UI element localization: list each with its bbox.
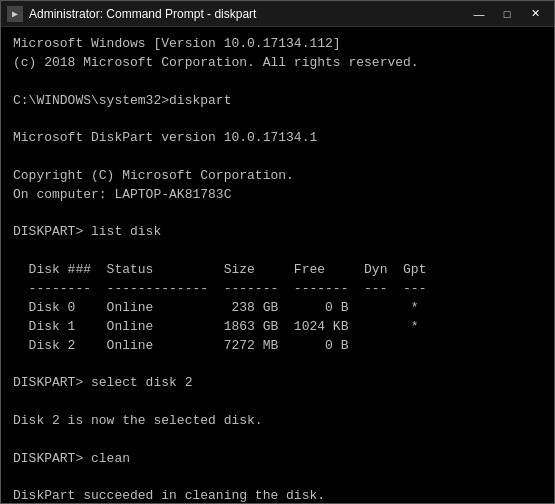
terminal-line [13,242,542,261]
terminal-line [13,73,542,92]
terminal-line: DiskPart succeeded in cleaning the disk. [13,487,542,503]
terminal-line: Disk 1 Online 1863 GB 1024 KB * [13,318,542,337]
terminal-line: (c) 2018 Microsoft Corporation. All righ… [13,54,542,73]
terminal-line: Disk 0 Online 238 GB 0 B * [13,299,542,318]
terminal-line [13,468,542,487]
terminal-line: Copyright (C) Microsoft Corporation. [13,167,542,186]
maximize-button[interactable]: □ [494,4,520,24]
close-button[interactable]: ✕ [522,4,548,24]
terminal-line: Disk 2 Online 7272 MB 0 B [13,337,542,356]
terminal-line [13,110,542,129]
terminal-line: Microsoft Windows [Version 10.0.17134.11… [13,35,542,54]
terminal-line [13,205,542,224]
terminal-line: DISKPART> clean [13,450,542,469]
window-icon: ▶ [7,6,23,22]
window-controls: — □ ✕ [466,4,548,24]
terminal-line [13,148,542,167]
terminal-line [13,355,542,374]
terminal-line: Microsoft DiskPart version 10.0.17134.1 [13,129,542,148]
command-prompt-window: ▶ Administrator: Command Prompt - diskpa… [0,0,555,504]
terminal-line: On computer: LAPTOP-AK81783C [13,186,542,205]
terminal-line: Disk 2 is now the selected disk. [13,412,542,431]
title-bar: ▶ Administrator: Command Prompt - diskpa… [1,1,554,27]
terminal-line [13,393,542,412]
terminal-line: Disk ### Status Size Free Dyn Gpt [13,261,542,280]
terminal-line: C:\WINDOWS\system32>diskpart [13,92,542,111]
terminal-line [13,431,542,450]
window-title: Administrator: Command Prompt - diskpart [29,7,466,21]
terminal-line: -------- ------------- ------- ------- -… [13,280,542,299]
terminal-line: DISKPART> select disk 2 [13,374,542,393]
terminal-output[interactable]: Microsoft Windows [Version 10.0.17134.11… [1,27,554,503]
terminal-line: DISKPART> list disk [13,223,542,242]
minimize-button[interactable]: — [466,4,492,24]
